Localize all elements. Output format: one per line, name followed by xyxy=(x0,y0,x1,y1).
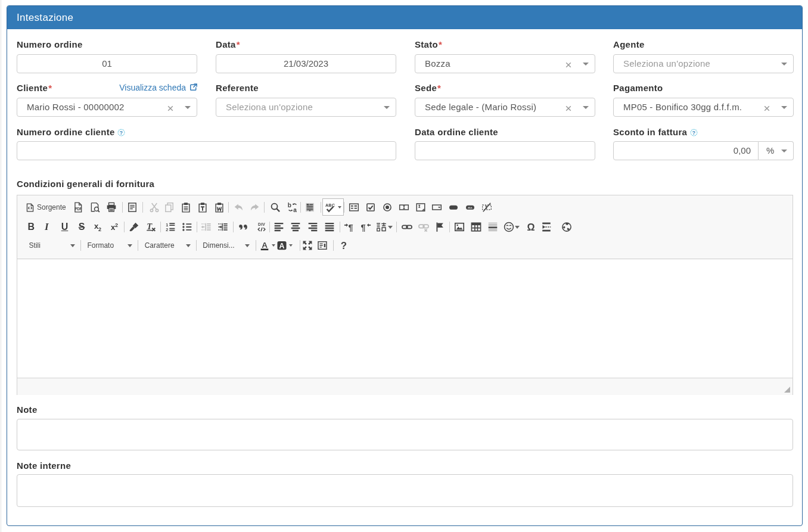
svg-text:A: A xyxy=(279,242,284,250)
svg-text:?: ? xyxy=(692,130,695,136)
svg-text:?: ? xyxy=(340,240,346,251)
svg-text:b: b xyxy=(288,202,291,209)
svg-text:¶: ¶ xyxy=(348,223,353,232)
svg-text:PDF: PDF xyxy=(74,207,82,211)
svg-text:T: T xyxy=(147,222,153,231)
svg-text:?: ? xyxy=(120,130,123,136)
svg-text:Ω: Ω xyxy=(527,222,534,232)
svg-text:A: A xyxy=(262,241,268,250)
svg-text:DIV: DIV xyxy=(258,222,265,226)
svg-text:¶: ¶ xyxy=(361,223,365,232)
svg-text:2: 2 xyxy=(166,227,168,232)
svg-text:a: a xyxy=(293,207,297,213)
